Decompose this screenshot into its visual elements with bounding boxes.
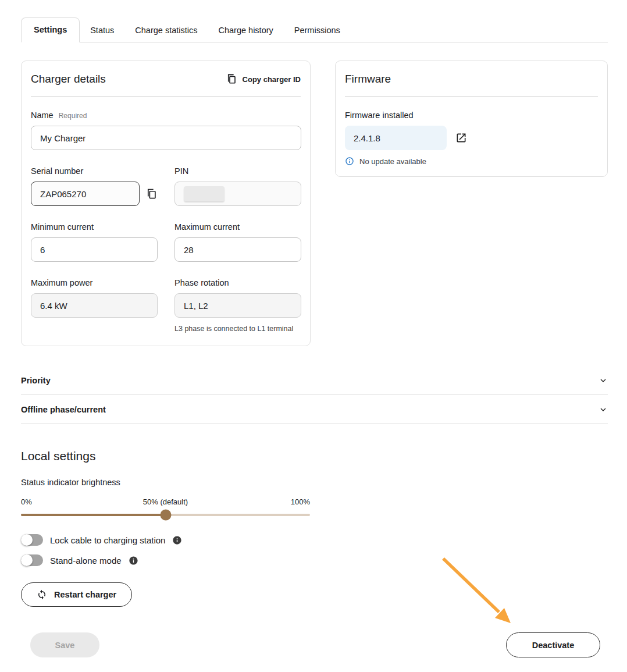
lock-cable-label: Lock cable to charging station	[50, 535, 165, 545]
phase-rotation-input	[174, 293, 301, 318]
name-input[interactable]	[31, 126, 301, 150]
restart-charger-button[interactable]: Restart charger	[21, 582, 132, 607]
external-link-icon	[455, 132, 467, 144]
tab-settings[interactable]: Settings	[21, 17, 80, 42]
tab-bar: Settings Status Charge statistics Charge…	[21, 16, 608, 42]
slider-max-label: 100%	[291, 497, 310, 506]
slider-min-label: 0%	[21, 497, 32, 506]
brightness-label: Status indicator brightness	[21, 478, 608, 487]
pin-input[interactable]	[174, 182, 301, 206]
pin-label: PIN	[174, 166, 188, 176]
maximum-power-label: Maximum power	[31, 278, 92, 287]
cards-row: Charger details Copy charger ID	[21, 61, 608, 346]
chevron-down-icon	[598, 405, 608, 414]
lock-cable-toggle[interactable]	[21, 534, 43, 546]
stand-alone-row: Stand-alone mode	[21, 554, 608, 566]
maximum-current-label: Maximum current	[174, 222, 240, 232]
charger-details-card: Charger details Copy charger ID	[21, 61, 311, 346]
copy-serial-button[interactable]	[146, 189, 157, 200]
slider-mid-label: 50% (default)	[143, 497, 188, 506]
serial-label: Serial number	[31, 166, 83, 176]
local-settings-section: Local settings Status indicator brightne…	[21, 449, 608, 607]
minimum-current-input[interactable]	[31, 237, 158, 262]
copy-icon	[226, 74, 237, 84]
firmware-status-text: No update available	[359, 157, 426, 166]
deactivate-button[interactable]: Deactivate	[506, 632, 600, 657]
stand-alone-label: Stand-alone mode	[50, 556, 122, 566]
charger-settings-page: Settings Status Charge statistics Charge…	[0, 0, 627, 672]
name-field: Name Required	[31, 111, 301, 150]
phase-rotation-field: Phase rotation L3 phase is connected to …	[174, 278, 301, 333]
pin-field: PIN	[174, 166, 301, 206]
restart-charger-label: Restart charger	[54, 590, 116, 599]
slider-labels: 0% 50% (default) 100%	[21, 497, 310, 506]
accordion-priority[interactable]: Priority	[21, 367, 608, 394]
maximum-current-input[interactable]	[174, 237, 301, 262]
stand-alone-toggle[interactable]	[21, 554, 43, 566]
charger-details-title: Charger details	[31, 73, 106, 86]
maximum-power-field: Maximum power	[31, 278, 158, 333]
accordion-offline-phase-current[interactable]: Offline phase/current	[21, 395, 608, 424]
tab-charge-history[interactable]: Charge history	[208, 19, 284, 42]
chevron-down-icon	[598, 376, 608, 385]
name-label: Name	[31, 111, 54, 120]
minimum-current-field: Minimum current	[31, 222, 158, 262]
firmware-title: Firmware	[345, 73, 391, 86]
pin-masked-value	[184, 186, 225, 201]
toggle-knob	[21, 554, 33, 566]
tab-charge-statistics[interactable]: Charge statistics	[124, 19, 208, 42]
brightness-slider: 0% 50% (default) 100%	[21, 497, 310, 516]
slider-fill	[21, 514, 166, 516]
phase-rotation-label: Phase rotation	[174, 278, 229, 287]
firmware-installed-label: Firmware installed	[345, 111, 598, 120]
serial-input[interactable]	[31, 182, 140, 206]
serial-field: Serial number	[31, 166, 158, 206]
copy-charger-id-label: Copy charger ID	[243, 75, 301, 84]
save-button[interactable]: Save	[30, 632, 99, 657]
firmware-version-box: 2.4.1.8	[345, 126, 447, 150]
name-required-hint: Required	[59, 112, 87, 120]
lock-cable-row: Lock cable to charging station	[21, 534, 608, 546]
phase-rotation-helper-text: L3 phase is connected to L1 terminal	[174, 325, 301, 333]
info-icon	[345, 157, 354, 166]
info-filled-icon[interactable]	[129, 556, 138, 566]
slider-track[interactable]	[21, 514, 310, 516]
accordion-priority-label: Priority	[21, 376, 51, 385]
restart-icon	[37, 589, 47, 600]
firmware-release-notes-button[interactable]	[455, 132, 467, 144]
accordion-offline-label: Offline phase/current	[21, 405, 106, 414]
copy-icon	[146, 189, 157, 200]
local-settings-title: Local settings	[21, 449, 608, 463]
firmware-version-value: 2.4.1.8	[354, 133, 380, 143]
maximum-current-field: Maximum current	[174, 222, 301, 262]
tab-permissions[interactable]: Permissions	[284, 19, 351, 42]
slider-thumb[interactable]	[160, 510, 171, 521]
maximum-power-input	[31, 293, 158, 318]
minimum-current-label: Minimum current	[31, 222, 94, 232]
firmware-card: Firmware Firmware installed 2.4.1.8	[335, 61, 608, 177]
tab-status[interactable]: Status	[80, 19, 124, 42]
copy-charger-id-button[interactable]: Copy charger ID	[226, 74, 301, 84]
card-divider	[31, 96, 301, 97]
info-filled-icon[interactable]	[172, 535, 182, 545]
card-divider	[345, 96, 598, 97]
toggle-knob	[21, 534, 33, 546]
